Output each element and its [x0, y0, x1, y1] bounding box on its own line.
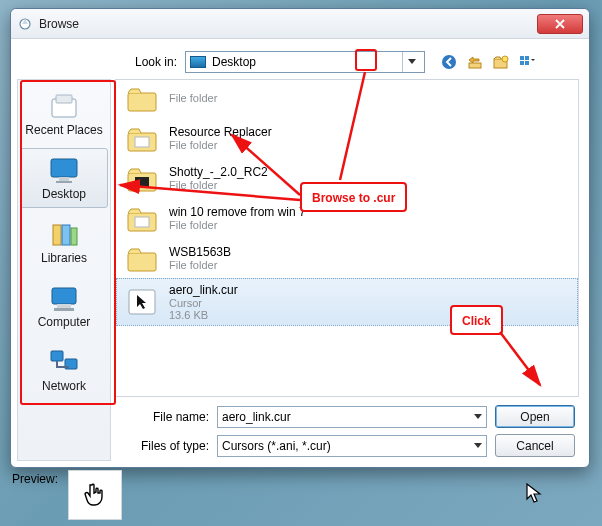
bottom-controls: File name: aero_link.cur Open Files of t… — [115, 397, 579, 461]
file-name-value: aero_link.cur — [222, 410, 474, 424]
chevron-down-icon[interactable] — [402, 52, 420, 72]
sidebar-item-desktop[interactable]: Desktop — [20, 148, 108, 208]
file-type: File folder — [169, 259, 231, 271]
sidebar-item-libraries[interactable]: Libraries — [20, 212, 108, 272]
file-type: Cursor — [169, 297, 238, 309]
sidebar-item-recent-places[interactable]: Recent Places — [20, 84, 108, 144]
list-item[interactable]: WSB1563BFile folder — [116, 238, 578, 278]
open-button[interactable]: Open — [495, 405, 575, 428]
svg-rect-15 — [62, 225, 70, 245]
folder-icon — [125, 163, 159, 193]
lookin-label: Look in: — [107, 55, 177, 69]
titlebar: Browse — [11, 9, 589, 39]
sidebar-item-computer[interactable]: Computer — [20, 276, 108, 336]
lookin-combo[interactable]: Desktop — [185, 51, 425, 73]
svg-point-4 — [502, 56, 508, 62]
places-sidebar: Recent Places Desktop Libraries Computer… — [17, 79, 111, 461]
toolbar-nav — [439, 52, 537, 72]
file-name: aero_link.cur — [169, 283, 238, 297]
svg-rect-26 — [135, 177, 149, 187]
svg-rect-13 — [56, 181, 72, 183]
file-list[interactable]: File folder Resource ReplacerFile folder… — [115, 79, 579, 397]
browse-dialog: Browse Look in: Desktop — [10, 8, 590, 468]
sidebar-item-label: Libraries — [41, 251, 87, 265]
app-icon — [17, 16, 33, 32]
lookin-value: Desktop — [212, 55, 396, 69]
filter-label: Files of type: — [119, 439, 209, 453]
svg-rect-12 — [59, 177, 69, 181]
svg-rect-19 — [54, 308, 74, 311]
svg-rect-16 — [71, 228, 77, 245]
svg-rect-2 — [469, 63, 481, 68]
close-button[interactable] — [537, 14, 583, 34]
file-size: 13.6 KB — [169, 309, 238, 321]
file-name: Shotty_-_2.0_RC2 — [169, 165, 268, 179]
svg-rect-5 — [520, 56, 524, 60]
file-pane: File folder Resource ReplacerFile folder… — [115, 79, 579, 461]
svg-rect-11 — [51, 159, 77, 177]
filter-combo[interactable]: Cursors (*.ani, *.cur) — [217, 435, 487, 457]
preview-area: Preview: — [12, 470, 122, 520]
chevron-down-icon — [474, 443, 482, 449]
svg-rect-28 — [135, 217, 149, 227]
svg-rect-14 — [53, 225, 61, 245]
folder-icon — [125, 83, 159, 113]
svg-rect-8 — [525, 61, 529, 65]
svg-rect-10 — [56, 95, 72, 103]
svg-rect-18 — [57, 304, 71, 308]
list-item[interactable]: win 10 remove from win 7File folder — [116, 198, 578, 238]
lookin-row: Look in: Desktop — [17, 45, 579, 79]
view-menu-icon[interactable] — [517, 52, 537, 72]
svg-rect-6 — [525, 56, 529, 60]
file-name-field[interactable]: aero_link.cur — [217, 406, 487, 428]
filter-value: Cursors (*.ani, *.cur) — [222, 439, 474, 453]
file-name: win 10 remove from win 7 — [169, 205, 306, 219]
cursor-file-icon — [125, 287, 159, 317]
file-name: Resource Replacer — [169, 125, 272, 139]
new-folder-icon[interactable] — [491, 52, 511, 72]
desktop-icon — [190, 56, 206, 68]
sidebar-item-label: Computer — [38, 315, 91, 329]
file-name: WSB1563B — [169, 245, 231, 259]
cancel-button[interactable]: Cancel — [495, 434, 575, 457]
list-item-selected[interactable]: aero_link.cur Cursor 13.6 KB — [116, 278, 578, 326]
list-item[interactable]: File folder — [116, 82, 578, 118]
folder-icon — [125, 123, 159, 153]
sidebar-item-network[interactable]: Network — [20, 340, 108, 400]
chevron-down-icon — [474, 414, 482, 420]
folder-icon — [125, 203, 159, 233]
folder-icon — [125, 243, 159, 273]
network-icon — [47, 347, 81, 377]
file-name-label: File name: — [119, 410, 209, 424]
window-title: Browse — [39, 17, 531, 31]
file-type: File folder — [169, 179, 268, 191]
file-type: File folder — [169, 92, 217, 104]
sidebar-item-label: Recent Places — [25, 123, 102, 137]
libraries-icon — [47, 219, 81, 249]
mouse-cursor-icon — [526, 483, 542, 508]
preview-box — [68, 470, 122, 520]
svg-point-1 — [442, 55, 456, 69]
svg-rect-29 — [128, 253, 156, 271]
preview-label: Preview: — [12, 472, 58, 486]
desktop-large-icon — [47, 155, 81, 185]
file-type: File folder — [169, 219, 306, 231]
back-icon[interactable] — [439, 52, 459, 72]
svg-rect-24 — [135, 137, 149, 147]
up-one-level-icon[interactable] — [465, 52, 485, 72]
hand-cursor-icon — [83, 481, 107, 509]
list-item[interactable]: Resource ReplacerFile folder — [116, 118, 578, 158]
sidebar-item-label: Network — [42, 379, 86, 393]
list-item[interactable]: Shotty_-_2.0_RC2File folder — [116, 158, 578, 198]
dialog-content: Look in: Desktop Recent Places — [11, 39, 589, 467]
file-type: File folder — [169, 139, 272, 151]
recent-places-icon — [47, 91, 81, 121]
window-controls — [537, 14, 583, 34]
svg-rect-17 — [52, 288, 76, 304]
svg-rect-7 — [520, 61, 524, 65]
sidebar-item-label: Desktop — [42, 187, 86, 201]
computer-icon — [47, 283, 81, 313]
svg-rect-20 — [51, 351, 63, 361]
svg-rect-22 — [128, 93, 156, 111]
